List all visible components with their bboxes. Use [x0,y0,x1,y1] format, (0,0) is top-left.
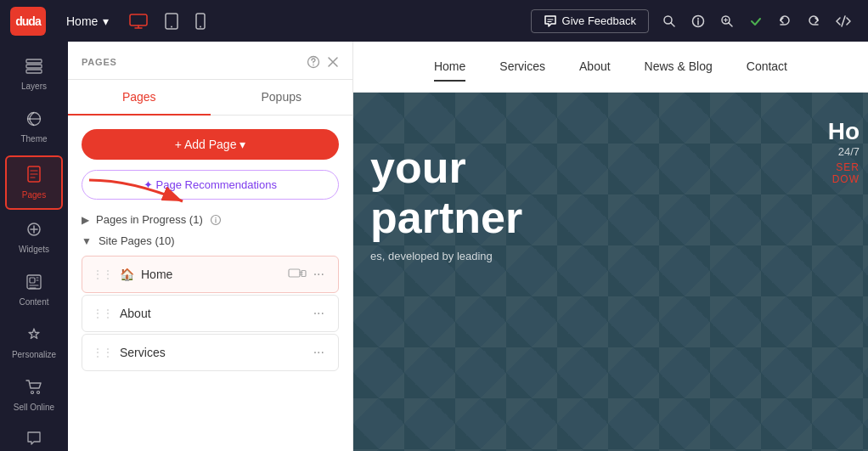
panel-tabs: Pages Popups [68,80,352,116]
drag-handle: ⋮⋮ [93,347,113,358]
widgets-icon [26,222,42,241]
redo-button[interactable] [800,9,827,33]
home-more-button[interactable]: ··· [310,265,328,284]
personalize-label: Personalize [12,350,56,359]
drag-handle: ⋮⋮ [93,268,113,280]
pages-label: Pages [22,190,46,200]
svg-rect-24 [302,271,306,277]
topbar-actions [656,9,858,33]
about-more-button[interactable]: ··· [310,304,328,323]
about-page-actions: ··· [310,304,328,323]
svg-rect-16 [30,278,35,283]
services-page-name: Services [120,346,303,359]
page-item-home[interactable]: ⋮⋮ 🏠 Home ··· [82,256,339,293]
sidebar-item-comments[interactable] [5,422,63,451]
services-more-button[interactable]: ··· [310,343,328,362]
sidebar-item-personalize[interactable]: Personalize [5,319,63,368]
svg-point-2 [171,25,172,27]
page-item-about[interactable]: ⋮⋮ About ··· [82,295,339,332]
home-page-name: Home [141,268,281,281]
sidebar-item-theme[interactable]: Theme [5,103,63,152]
in-progress-label: Pages in Progress (1) [96,213,203,226]
hero-right-title: Ho [828,118,860,145]
search-button[interactable] [656,9,683,33]
sidebar-item-content[interactable]: Content [5,266,63,315]
svg-point-20 [313,65,314,66]
svg-rect-0 [130,14,147,25]
about-page-name: About [120,307,303,320]
site-pages-label: Site Pages (10) [99,234,175,247]
main-layout: Layers Theme Pages Widgets Content [0,42,868,451]
preview-nav: Home Services About News & Blog Contact [353,42,868,93]
layers-label: Layers [21,82,47,91]
hero-right-content: Ho 24/7 Ser Dow [828,118,868,185]
content-icon [26,274,42,294]
info-button[interactable] [685,9,712,33]
widgets-label: Widgets [19,245,49,254]
theme-icon [26,111,42,131]
site-pages-header[interactable]: ▼ Site Pages (10) [82,234,339,247]
hero-small-text: es, developed by leading [370,250,522,262]
publish-button[interactable] [742,9,769,33]
comments-icon [26,431,42,450]
panel-help-button[interactable] [307,55,320,69]
nav-about[interactable]: About [579,53,611,82]
svg-point-17 [31,392,34,394]
content-label: Content [19,297,48,307]
svg-rect-11 [26,70,42,73]
device-tablet[interactable] [158,8,185,35]
topbar: duda Home ▾ Give Feedback [0,0,868,42]
svg-point-4 [200,25,201,27]
sidebar-item-widgets[interactable]: Widgets [5,213,63,262]
nav-news-blog[interactable]: News & Blog [645,53,713,82]
tab-popups[interactable]: Popups [211,80,353,116]
svg-point-22 [215,217,216,217]
panel-body: + Add Page ▾ ✦ Page Recommendations ▶ Pa… [68,116,352,451]
device-switcher [122,8,212,35]
hero-right-sub: 24/7 [828,145,860,158]
page-selector[interactable]: Home ▾ [59,11,116,31]
pages-in-progress-header[interactable]: ▶ Pages in Progress (1) [82,213,339,226]
hero-right-label: Ser Dow [828,161,860,185]
add-page-button[interactable]: + Add Page ▾ [82,129,339,160]
drag-handle: ⋮⋮ [93,307,113,319]
undo-button[interactable] [771,9,798,33]
zoom-button[interactable] [713,9,741,33]
give-feedback-button[interactable]: Give Feedback [531,9,649,33]
layers-icon [25,59,42,78]
nav-home[interactable]: Home [434,53,465,82]
nav-services[interactable]: Services [499,53,545,82]
page-recommendations-button[interactable]: ✦ Page Recommendations [82,170,339,200]
sell-online-label: Sell Online [14,403,54,412]
panel-title: PAGES [82,57,117,77]
pages-icon [27,166,41,187]
hero-section: your partner es, developed by leading Ho… [353,93,868,451]
panel-header-actions [307,55,339,79]
in-progress-chevron: ▶ [82,214,89,226]
page-list: ⋮⋮ 🏠 Home ··· ⋮⋮ About ··· [82,256,339,371]
page-selector-chevron: ▾ [103,14,109,28]
sidebar-item-pages[interactable]: Pages [5,155,63,210]
page-selector-label: Home [66,14,98,28]
sell-online-icon [25,380,42,399]
sidebar-item-layers[interactable]: Layers [5,50,63,99]
panel-close-button[interactable] [327,56,339,68]
code-editor-button[interactable] [829,9,858,33]
panel-header: PAGES [68,42,352,80]
nav-contact[interactable]: Contact [747,53,787,82]
website-preview: Home Services About News & Blog Contact … [353,42,868,451]
services-page-actions: ··· [310,343,328,362]
device-desktop[interactable] [122,8,155,34]
sidebar-item-sell-online[interactable]: Sell Online [5,371,63,420]
tab-pages[interactable]: Pages [68,80,211,116]
site-pages-chevron: ▼ [82,235,92,247]
svg-point-7 [697,18,699,20]
svg-rect-10 [26,65,42,68]
svg-point-18 [37,392,40,394]
device-mobile[interactable] [189,8,212,35]
duda-logo[interactable]: duda [10,7,46,36]
page-item-services[interactable]: ⋮⋮ Services ··· [82,334,339,371]
home-icon: 🏠 [120,268,134,281]
responsive-icon [288,268,307,280]
hero-text-line1: your [370,144,522,192]
